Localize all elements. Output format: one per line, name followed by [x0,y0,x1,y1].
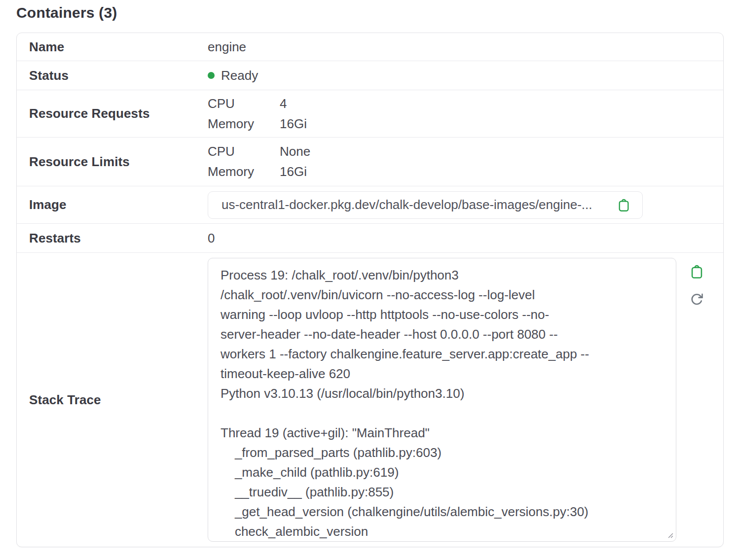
copy-image-button[interactable] [617,198,630,212]
field-label-restarts: Restarts [17,224,208,252]
status-text: Ready [221,68,258,83]
clipboard-icon [690,264,704,280]
field-value-name: engine [208,33,723,61]
field-value-restarts: 0 [208,224,723,252]
field-value-resource-limits: CPU None Memory 16Gi [208,138,723,186]
field-label-image: Image [17,186,208,223]
resource-key: CPU [208,94,280,114]
stack-trace-actions [689,258,704,307]
field-label-status: Status [17,61,208,90]
row-stack-trace: Stack Trace Process 19: /chalk_root/.ven… [17,252,723,547]
row-name: Name engine [17,33,723,61]
field-value-resource-requests: CPU 4 Memory 16Gi [208,90,723,137]
field-value-stack-trace: Process 19: /chalk_root/.venv/bin/python… [208,253,723,547]
row-resource-requests: Resource Requests CPU 4 Memory 16Gi [17,90,723,137]
row-status: Status Ready [17,61,723,90]
status-badge: Ready [208,68,258,83]
resource-key: CPU [208,141,280,162]
copy-stack-trace-button[interactable] [689,264,704,280]
resource-value: None [280,141,310,162]
resource-limits-kv: CPU None Memory 16Gi [208,141,310,182]
refresh-stack-trace-button[interactable] [689,291,704,307]
field-value-image: us-central1-docker.pkg.dev/chalk-develop… [208,186,723,223]
field-label-resource-limits: Resource Limits [17,138,208,186]
row-restarts: Restarts 0 [17,223,723,252]
field-value-status: Ready [208,61,723,90]
row-image: Image us-central1-docker.pkg.dev/chalk-d… [17,186,723,223]
resource-requests-kv: CPU 4 Memory 16Gi [208,94,307,134]
status-dot [208,72,215,79]
row-resource-limits: Resource Limits CPU None Memory 16Gi [17,137,723,186]
image-url-chip: us-central1-docker.pkg.dev/chalk-develop… [208,191,643,219]
resource-value: 16Gi [280,114,307,134]
refresh-icon [689,291,704,307]
field-label-name: Name [17,33,208,61]
stack-trace-textarea[interactable]: Process 19: /chalk_root/.venv/bin/python… [208,258,676,542]
resource-value: 4 [280,94,307,114]
image-url-text: us-central1-docker.pkg.dev/chalk-develop… [221,197,617,212]
resource-value: 16Gi [280,162,310,182]
page-title: Containers (3) [16,4,738,22]
clipboard-icon [617,198,630,212]
field-label-stack-trace: Stack Trace [17,253,208,547]
resource-key: Memory [208,162,280,182]
stack-trace-box: Process 19: /chalk_root/.venv/bin/python… [208,258,676,542]
resource-key: Memory [208,114,280,134]
field-label-resource-requests: Resource Requests [17,90,208,137]
container-details-card: Name engine Status Ready Resource Reques… [16,33,724,547]
